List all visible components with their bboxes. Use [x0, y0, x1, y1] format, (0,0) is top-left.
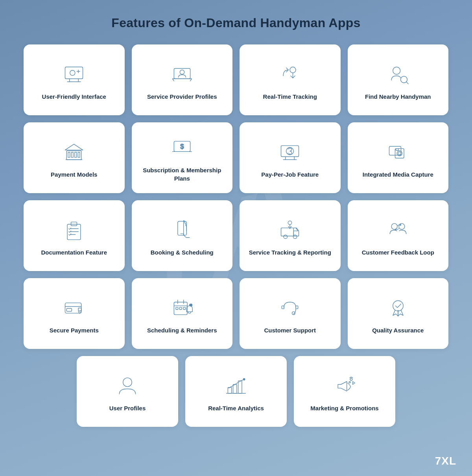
page-title: Features of On-Demand Handyman Apps	[111, 16, 360, 30]
card-label: Integrated Media Capture	[363, 170, 433, 179]
marketing-icon	[332, 373, 357, 399]
card-find-nearby-handyman: Find Nearby Handyman	[348, 44, 449, 115]
card-label: Payment Models	[51, 170, 97, 179]
svg-text:$: $	[180, 143, 184, 150]
card-service-tracking-reporting: Service Tracking & Reporting	[240, 200, 341, 271]
booking-icon	[170, 218, 195, 243]
svg-rect-21	[78, 152, 80, 157]
card-label: Marketing & Promotions	[310, 404, 378, 412]
svg-point-48	[399, 223, 405, 229]
card-pay-per-job: Pay-Per-Job Feature	[240, 122, 341, 193]
card-label: Documentation Feature	[41, 248, 107, 256]
svg-point-4	[70, 70, 75, 75]
card-customer-feedback-loop: Customer Feedback Loop	[348, 200, 449, 271]
main-grid: User-Friendly Interface Service Provider…	[24, 44, 448, 349]
card-label: Real-Time Tracking	[263, 92, 317, 101]
pay-per-job-icon	[277, 140, 302, 165]
svg-line-10	[190, 79, 192, 81]
payment-icon	[61, 140, 87, 165]
card-user-profiles: User Profiles	[77, 356, 178, 427]
svg-line-15	[406, 81, 408, 84]
card-real-time-analytics: Real-Time Analytics	[185, 356, 287, 427]
card-real-time-tracking: Real-Time Tracking	[240, 44, 341, 115]
card-label: Customer Support	[264, 326, 316, 334]
svg-rect-51	[67, 308, 72, 311]
svg-point-70	[349, 381, 350, 383]
reminders-icon	[170, 295, 195, 321]
secure-payments-icon	[61, 295, 87, 321]
card-label: Subscription & Membership Plans	[138, 166, 227, 183]
svg-rect-37	[71, 222, 77, 225]
svg-point-60	[190, 303, 193, 306]
card-label: Quality Assurance	[372, 326, 424, 334]
svg-rect-18	[68, 152, 70, 157]
svg-rect-56	[176, 307, 178, 310]
svg-rect-64	[233, 384, 237, 393]
card-label: Service Tracking & Reporting	[249, 248, 331, 256]
user-interface-icon	[61, 62, 87, 87]
svg-rect-32	[395, 148, 404, 158]
subscription-icon: $	[170, 135, 195, 161]
svg-line-9	[172, 79, 174, 81]
card-integrated-media-capture: Integrated Media Capture	[348, 122, 449, 193]
svg-marker-69	[353, 381, 355, 384]
service-tracking-icon	[277, 218, 302, 243]
quality-icon	[385, 295, 411, 321]
card-user-friendly-interface: User-Friendly Interface	[24, 44, 125, 115]
nearby-icon	[385, 62, 411, 87]
card-label: Service Provider Profiles	[147, 92, 217, 101]
card-service-provider-profiles: Service Provider Profiles	[132, 44, 233, 115]
card-label: Scheduling & Reminders	[147, 326, 217, 334]
card-label: Booking & Scheduling	[151, 248, 214, 256]
bottom-grid: User Profiles Real-Time Analytics	[77, 356, 395, 427]
svg-point-44	[284, 235, 287, 238]
svg-point-11	[180, 70, 184, 74]
svg-rect-57	[179, 307, 182, 310]
card-label: Secure Payments	[50, 326, 99, 334]
svg-point-12	[290, 67, 296, 73]
card-documentation-feature: Documentation Feature	[24, 200, 125, 271]
brand-logo: 7XL	[435, 455, 456, 467]
svg-point-45	[293, 235, 297, 238]
card-label: User Profiles	[109, 404, 146, 412]
svg-rect-19	[72, 152, 74, 157]
svg-rect-35	[396, 148, 398, 150]
card-label: User-Friendly Interface	[42, 92, 106, 101]
support-icon	[277, 295, 302, 321]
card-subscription-membership: $ Subscription & Membership Plans	[132, 122, 233, 193]
svg-rect-65	[238, 380, 242, 393]
documentation-icon	[61, 218, 87, 243]
card-scheduling-reminders: Scheduling & Reminders	[132, 278, 233, 349]
user-profiles-icon	[115, 373, 140, 399]
svg-rect-43	[281, 228, 294, 236]
tracking-icon	[277, 62, 302, 87]
svg-point-34	[398, 152, 401, 155]
card-label: Customer Feedback Loop	[362, 248, 434, 256]
svg-point-68	[350, 378, 352, 380]
card-payment-models: Payment Models	[24, 122, 125, 193]
svg-rect-58	[183, 307, 186, 310]
svg-point-13	[393, 67, 400, 74]
svg-point-67	[243, 378, 245, 380]
card-label: Find Nearby Handyman	[365, 92, 431, 101]
card-secure-payments: Secure Payments	[24, 278, 125, 349]
svg-rect-20	[75, 152, 77, 157]
svg-point-61	[393, 301, 403, 311]
card-customer-support: Customer Support	[240, 278, 341, 349]
card-marketing-promotions: Marketing & Promotions	[294, 356, 395, 427]
svg-marker-17	[65, 144, 83, 150]
media-capture-icon	[385, 140, 411, 165]
svg-point-62	[123, 378, 132, 387]
card-booking-scheduling: Booking & Scheduling	[132, 200, 233, 271]
feedback-icon	[385, 218, 411, 243]
card-label: Pay-Per-Job Feature	[261, 170, 319, 179]
card-quality-assurance: Quality Assurance	[348, 278, 449, 349]
service-provider-icon	[170, 62, 195, 87]
card-label: Real-Time Analytics	[208, 404, 264, 412]
svg-point-46	[288, 221, 292, 224]
analytics-icon	[223, 373, 249, 399]
svg-rect-0	[65, 67, 83, 79]
